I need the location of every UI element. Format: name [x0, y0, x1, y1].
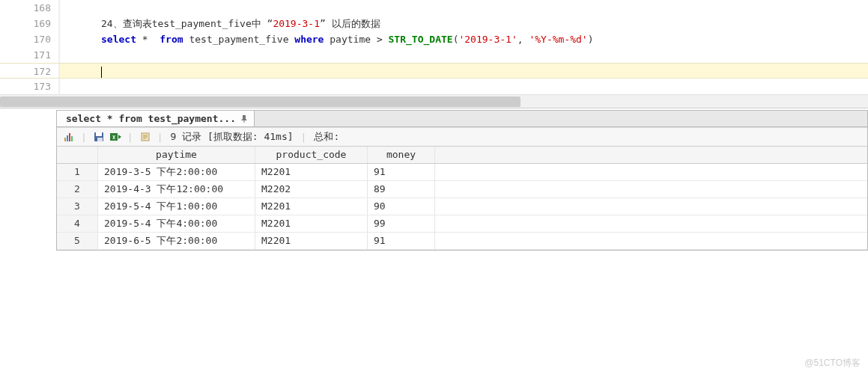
cell-paytime: 2019-4-3 下午12:00:00 [98, 181, 255, 197]
save-icon[interactable] [91, 130, 106, 144]
code-line-172-current[interactable]: 172 [0, 63, 868, 79]
cell-product: M2201 [255, 215, 368, 232]
svg-rect-1 [67, 135, 68, 141]
svg-rect-0 [64, 138, 66, 141]
cell-product: M2201 [255, 198, 368, 215]
result-grid[interactable]: paytime product_code money 1 2019-3-5 下午… [57, 147, 867, 250]
header-rownum[interactable] [57, 147, 98, 163]
grid-header-row: paytime product_code money [57, 147, 867, 164]
cell-product: M2201 [255, 233, 368, 249]
separator: | [154, 132, 166, 143]
cell-paytime: 2019-5-4 下午1:00:00 [98, 198, 255, 215]
tab-label: select * from test_payment... [66, 113, 236, 124]
separator: | [78, 132, 90, 143]
status-text: 9 记录 [抓取数据: 41ms] [167, 130, 296, 144]
table-row[interactable]: 2 2019-4-3 下午12:00:00 M2202 89 [57, 181, 867, 198]
line-number: 168 [0, 0, 60, 16]
scrollbar-thumb[interactable] [0, 96, 521, 107]
code-line-168[interactable]: 168 [0, 0, 868, 16]
cell-product: M2202 [255, 181, 368, 197]
cell-rownum: 2 [57, 181, 98, 197]
total-label: 总和: [311, 130, 342, 144]
svg-rect-6 [97, 138, 103, 141]
pin-icon[interactable] [240, 115, 248, 123]
export-excel-icon[interactable]: X [108, 130, 123, 144]
text-cursor [101, 67, 102, 78]
svg-rect-3 [71, 136, 73, 141]
cell-money: 99 [368, 215, 435, 232]
results-panel: select * from test_payment... | X | | 9 … [56, 110, 868, 251]
code-editor[interactable]: 168 169 24、查询表test_payment_five中 “2019-3… [0, 0, 868, 108]
separator: | [124, 132, 136, 143]
cell-paytime: 2019-3-5 下午2:00:00 [98, 164, 255, 180]
header-paytime[interactable]: paytime [98, 147, 255, 163]
cell-money: 90 [368, 198, 435, 215]
results-tab-bar: select * from test_payment... [57, 111, 867, 127]
cell-rownum: 3 [57, 198, 98, 215]
cell-money: 89 [368, 181, 435, 197]
code-text: select * from test_payment_five where pa… [64, 31, 594, 47]
cell-money: 91 [368, 233, 435, 249]
cell-product: M2201 [255, 164, 368, 180]
code-line-173[interactable]: 173 [0, 79, 868, 94]
cell-rownum: 5 [57, 233, 98, 249]
header-product[interactable]: product_code [255, 147, 368, 163]
code-line-171[interactable]: 171 [0, 47, 868, 63]
line-number: 169 [0, 16, 60, 31]
separator: | [298, 132, 310, 143]
line-number: 173 [0, 79, 60, 94]
horizontal-scrollbar[interactable] [0, 94, 868, 108]
results-tab[interactable]: select * from test_payment... [57, 111, 255, 126]
line-number: 172 [0, 64, 60, 78]
scroll-icon[interactable] [138, 130, 153, 144]
code-line-170[interactable]: 170 select * from test_payment_five wher… [0, 31, 868, 47]
code-line-169[interactable]: 169 24、查询表test_payment_five中 “2019-3-1” … [0, 16, 868, 31]
code-text [64, 0, 101, 16]
table-row[interactable]: 1 2019-3-5 下午2:00:00 M2201 91 [57, 164, 867, 181]
cell-rownum: 4 [57, 215, 98, 232]
table-row[interactable]: 3 2019-5-4 下午1:00:00 M2201 90 [57, 198, 867, 215]
code-text [64, 64, 102, 78]
cell-paytime: 2019-6-5 下午2:00:00 [98, 233, 255, 249]
table-row[interactable]: 4 2019-5-4 下午4:00:00 M2201 99 [57, 215, 867, 233]
svg-rect-5 [96, 132, 102, 136]
watermark: @51CTO博客 [804, 357, 861, 370]
line-number: 171 [0, 47, 60, 63]
svg-rect-2 [69, 133, 70, 141]
cell-rownum: 1 [57, 164, 98, 180]
results-toolbar: | X | | 9 记录 [抓取数据: 41ms] | 总和: [57, 127, 867, 147]
table-row[interactable]: 5 2019-6-5 下午2:00:00 M2201 91 [57, 233, 867, 250]
chart-icon[interactable] [61, 130, 76, 144]
header-money[interactable]: money [368, 147, 435, 163]
line-number: 170 [0, 31, 60, 47]
cell-paytime: 2019-5-4 下午4:00:00 [98, 215, 255, 232]
code-text [64, 79, 101, 94]
cell-money: 91 [368, 164, 435, 180]
code-text [64, 47, 101, 63]
code-text: 24、查询表test_payment_five中 “2019-3-1” 以后的数… [64, 16, 380, 31]
